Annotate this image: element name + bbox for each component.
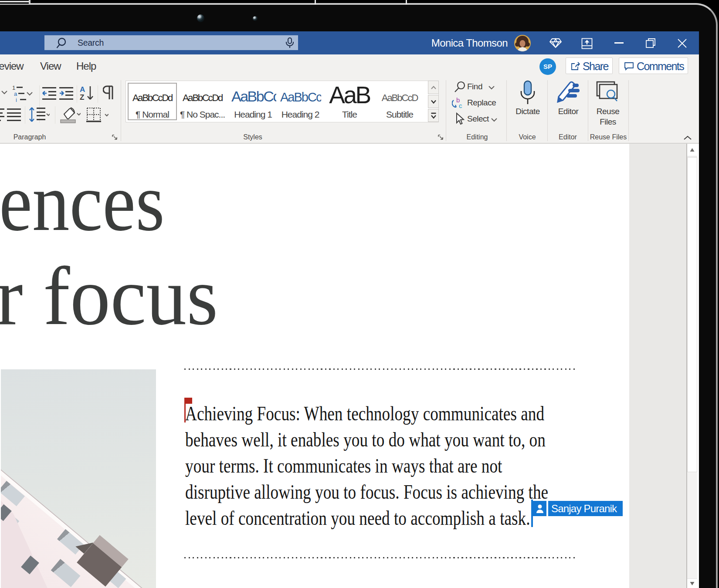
svg-text:1: 1 [12, 84, 15, 91]
svg-text:Z: Z [80, 93, 84, 101]
svg-text:c: c [459, 102, 462, 109]
svg-text:a: a [14, 91, 17, 97]
svg-text:i: i [16, 97, 17, 103]
svg-text:A: A [80, 85, 85, 94]
